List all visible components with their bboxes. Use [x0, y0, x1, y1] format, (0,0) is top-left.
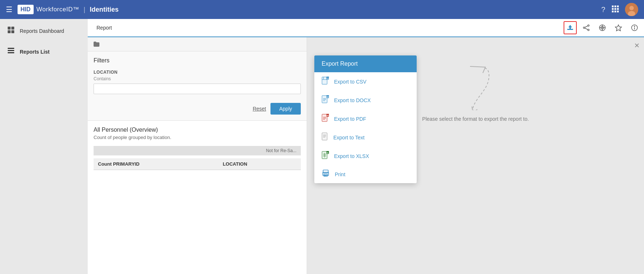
export-docx-item[interactable]: DOC Export to DOCX	[314, 91, 417, 109]
svg-line-25	[585, 28, 588, 30]
info-button[interactable]	[628, 21, 641, 34]
location-sublabel: Contains	[94, 76, 301, 81]
svg-rect-14	[8, 30, 11, 33]
print-icon	[322, 170, 330, 179]
svg-rect-4	[614, 8, 616, 10]
svg-rect-6	[612, 11, 614, 12]
svg-rect-1	[614, 5, 616, 7]
table-header-location: LOCATION	[218, 158, 301, 170]
svg-marker-30	[615, 25, 622, 31]
print-label: Print	[335, 171, 345, 177]
svg-rect-7	[614, 11, 616, 12]
svg-point-22	[583, 27, 585, 28]
report-data: All Personnel (Overview) Count of people…	[88, 121, 307, 176]
hint-text: Please select the format to export the r…	[422, 116, 529, 122]
rss-button[interactable]	[596, 21, 609, 34]
export-text-item[interactable]: Export to Text	[314, 128, 417, 147]
report-subtitle: Count of people grouped by location.	[94, 135, 301, 140]
text-icon	[322, 132, 328, 142]
close-button[interactable]: ✕	[634, 42, 640, 50]
svg-rect-13	[11, 27, 14, 30]
nav-divider: |	[84, 6, 86, 13]
nav-section: Identities	[90, 6, 118, 13]
svg-rect-17	[8, 50, 14, 51]
nav-icons: ?	[601, 3, 638, 16]
location-label: LOCATION	[94, 70, 301, 75]
dashboard-icon	[7, 26, 15, 35]
filter-buttons: Reset Apply	[94, 100, 301, 115]
svg-marker-20	[568, 25, 572, 29]
report-title: All Personnel (Overview)	[94, 127, 301, 133]
brand-name: WorkforceID™	[37, 6, 79, 13]
table-header-count: Count PRIMARYID	[94, 158, 218, 170]
svg-rect-5	[617, 8, 619, 10]
csv-label: Export to CSV	[334, 79, 367, 85]
sidebar-item-reports-list[interactable]: Reports List	[0, 41, 88, 62]
svg-rect-3	[612, 8, 614, 10]
print-item[interactable]: Print	[314, 165, 417, 183]
svg-text:XLS: XLS	[327, 152, 329, 154]
svg-text:CSV: CSV	[327, 77, 329, 80]
svg-text:DOC: DOC	[327, 96, 329, 98]
filters-title: Filters	[94, 57, 301, 64]
hint-arrow-svg	[459, 63, 492, 110]
csv-icon: CSV	[322, 77, 329, 86]
svg-rect-12	[8, 27, 11, 30]
svg-rect-19	[567, 29, 573, 30]
export-csv-item[interactable]: CSV Export to CSV	[314, 72, 417, 91]
export-dropdown-header: Export Report	[314, 55, 417, 72]
svg-point-33	[634, 26, 635, 27]
star-button[interactable]	[612, 21, 625, 34]
filters-section: Filters LOCATION Contains Reset Apply	[88, 51, 307, 121]
help-icon[interactable]: ?	[601, 5, 605, 14]
svg-rect-2	[617, 5, 619, 7]
sidebar: Reports Dashboard Reports List	[0, 19, 88, 274]
svg-rect-62	[323, 170, 328, 173]
pdf-label: Export to PDF	[334, 116, 366, 122]
export-button[interactable]	[564, 21, 577, 34]
export-xlsx-item[interactable]: XLS Export to XLSX	[314, 147, 417, 165]
apply-button[interactable]: Apply	[270, 103, 301, 115]
sidebar-item-label: Reports List	[20, 49, 50, 55]
location-input[interactable]	[94, 84, 301, 94]
report-toolbar: Report	[88, 19, 644, 37]
xlsx-icon: XLS	[322, 151, 329, 161]
svg-rect-0	[612, 5, 614, 7]
reset-button[interactable]: Reset	[253, 103, 266, 115]
content-area: Report	[88, 19, 644, 274]
report-content-row: Filters LOCATION Contains Reset Apply Al…	[88, 37, 644, 274]
svg-rect-18	[8, 52, 14, 53]
toolbar-icons	[564, 21, 641, 34]
export-pdf-item[interactable]: PDF Export to PDF	[314, 109, 417, 128]
text-label: Export to Text	[333, 135, 364, 140]
svg-rect-34	[322, 77, 327, 84]
svg-point-21	[588, 25, 589, 26]
user-avatar[interactable]	[625, 3, 638, 16]
sidebar-item-reports-dashboard[interactable]: Reports Dashboard	[0, 20, 88, 41]
svg-rect-8	[617, 11, 619, 12]
docx-label: Export to DOCX	[334, 97, 371, 103]
share-button[interactable]	[580, 21, 593, 34]
report-tab[interactable]: Report	[91, 20, 118, 36]
svg-point-23	[588, 29, 589, 31]
svg-text:PDF: PDF	[327, 115, 329, 117]
svg-rect-15	[11, 30, 14, 33]
main-layout: Reports Dashboard Reports List Report	[0, 19, 644, 274]
svg-rect-51	[322, 133, 327, 140]
location-filter-group: LOCATION Contains	[94, 70, 301, 94]
svg-point-10	[629, 6, 634, 10]
svg-line-24	[585, 26, 588, 27]
list-icon	[7, 47, 15, 56]
report-table: Count PRIMARYID LOCATION	[94, 158, 301, 170]
logo: HID	[18, 5, 34, 14]
left-panel: Filters LOCATION Contains Reset Apply Al…	[88, 37, 307, 274]
folder-header	[88, 37, 307, 51]
export-dropdown: Export Report CSV Export to CSV	[314, 55, 417, 183]
watermark-bar: Not for Re-Sa...	[94, 146, 301, 155]
docx-icon: DOC	[322, 95, 329, 105]
hamburger-icon[interactable]: ☰	[6, 5, 12, 14]
grid-icon[interactable]	[611, 5, 619, 15]
sidebar-item-label: Reports Dashboard	[20, 28, 64, 34]
top-nav: ☰ HID WorkforceID™ | Identities ?	[0, 0, 644, 19]
pdf-icon: PDF	[322, 114, 329, 124]
